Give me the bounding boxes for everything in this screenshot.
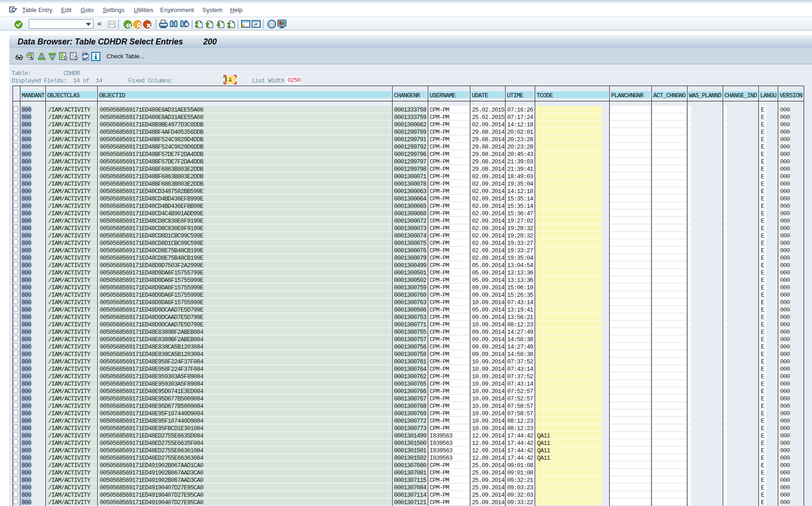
svg-text:?: ?: [270, 20, 274, 28]
